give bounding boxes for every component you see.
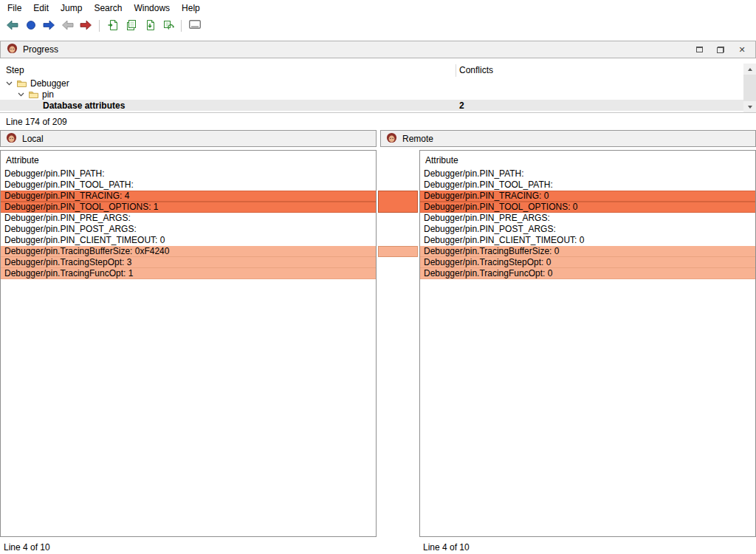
nav-back-button[interactable] bbox=[3, 18, 21, 34]
tree-header: Step Conflicts bbox=[0, 64, 743, 78]
attribute-row[interactable]: Debugger/pin.PIN_TRACING: 0 bbox=[420, 191, 755, 202]
attribute-row[interactable]: Debugger/pin.PIN_TOOL_OPTIONS: 1 bbox=[1, 202, 376, 213]
remote-rows: Debugger/pin.PIN_PATH:Debugger/pin.PIN_T… bbox=[420, 168, 755, 279]
menu-item-windows[interactable]: Windows bbox=[128, 1, 176, 16]
attribute-row[interactable]: Debugger/pin.TracingStepOpt: 0 bbox=[420, 257, 755, 268]
gutter-conflict-block[interactable] bbox=[378, 191, 418, 213]
restore-button[interactable] bbox=[715, 44, 726, 55]
nav-stop-button[interactable] bbox=[21, 18, 40, 34]
remote-title: Remote bbox=[402, 134, 433, 144]
maximize-icon bbox=[696, 47, 703, 52]
app-icon bbox=[386, 132, 397, 146]
remote-status-line: Line 4 of 10 bbox=[423, 541, 470, 553]
chevron-down-icon[interactable] bbox=[18, 92, 28, 97]
scroll-thumb[interactable] bbox=[743, 75, 756, 101]
local-status-line: Line 4 of 10 bbox=[4, 541, 50, 553]
local-attribute-header: Attribute bbox=[1, 151, 376, 168]
toolbar bbox=[0, 16, 756, 35]
attribute-row[interactable]: Debugger/pin.PIN_CLIENT_TIMEOUT: 0 bbox=[420, 235, 755, 246]
scroll-down-button[interactable] bbox=[743, 101, 756, 112]
tree-row-label: Database attributes bbox=[43, 100, 125, 111]
menu-item-search[interactable]: Search bbox=[88, 1, 128, 16]
column-header-conflicts[interactable]: Conflicts bbox=[459, 65, 493, 75]
triangle-down-icon bbox=[748, 106, 752, 109]
triangle-up-icon bbox=[748, 68, 752, 71]
page-stack-button[interactable] bbox=[122, 18, 140, 34]
toolbar-separator bbox=[99, 20, 100, 32]
doc-import-button[interactable] bbox=[103, 18, 122, 34]
tree-row-label: Debugger bbox=[30, 78, 69, 89]
arrow-right-blue-icon bbox=[43, 20, 55, 33]
tree-row[interactable]: pin bbox=[0, 89, 743, 100]
page-stack-icon bbox=[126, 19, 137, 33]
attribute-row[interactable]: Debugger/pin.TracingFuncOpt: 0 bbox=[420, 268, 755, 279]
attribute-row[interactable]: Debugger/pin.PIN_TOOL_OPTIONS: 0 bbox=[420, 202, 755, 213]
stack-sync-icon bbox=[162, 19, 174, 33]
tree-scrollbar[interactable] bbox=[743, 64, 756, 112]
folder-icon bbox=[16, 78, 30, 88]
diff-gutter bbox=[377, 150, 419, 537]
doc-import-icon bbox=[107, 19, 119, 33]
attribute-row[interactable]: Debugger/pin.TracingStepOpt: 3 bbox=[1, 257, 376, 268]
scroll-track[interactable] bbox=[743, 75, 756, 101]
conflict-tree: Step Conflicts DebuggerpinDatabase attri… bbox=[0, 64, 756, 113]
monitor-icon bbox=[188, 19, 202, 33]
tree-row-label: pin bbox=[42, 89, 54, 100]
app-icon bbox=[7, 43, 18, 56]
scroll-up-button[interactable] bbox=[743, 64, 756, 75]
folder-icon bbox=[28, 89, 42, 99]
arrow-left-teal-icon bbox=[6, 20, 18, 33]
progress-title: Progress bbox=[23, 44, 58, 55]
attribute-row[interactable]: Debugger/pin.TracingBufferSize: 0 bbox=[420, 246, 755, 257]
close-icon bbox=[738, 44, 745, 55]
app-icon bbox=[6, 132, 17, 146]
attribute-row[interactable]: Debugger/pin.PIN_POST_ARGS: bbox=[420, 224, 755, 235]
attribute-row[interactable]: Debugger/pin.PIN_PRE_ARGS: bbox=[420, 213, 755, 224]
toolbar-separator bbox=[181, 20, 182, 32]
menu-item-help[interactable]: Help bbox=[176, 1, 206, 16]
maximize-button[interactable] bbox=[693, 44, 705, 55]
remote-attribute-header: Attribute bbox=[420, 151, 755, 168]
nav-forward-button[interactable] bbox=[40, 18, 58, 34]
close-button[interactable] bbox=[736, 44, 748, 55]
attribute-row[interactable]: Debugger/pin.PIN_TOOL_PATH: bbox=[420, 179, 755, 191]
menu-item-jump[interactable]: Jump bbox=[55, 1, 88, 16]
arrow-right-red-icon bbox=[80, 20, 92, 33]
blue-circle-icon bbox=[26, 20, 36, 33]
tree-row[interactable]: Database attributes2 bbox=[0, 100, 743, 111]
window-controls bbox=[693, 44, 749, 55]
attribute-row[interactable]: Debugger/pin.TracingFuncOpt: 1 bbox=[1, 268, 376, 279]
doc-export-button[interactable] bbox=[140, 18, 159, 34]
attribute-row[interactable]: Debugger/pin.PIN_POST_ARGS: bbox=[1, 224, 376, 235]
monitor-button[interactable] bbox=[185, 18, 204, 34]
nav-prev-button[interactable] bbox=[58, 18, 77, 34]
attribute-row[interactable]: Debugger/pin.PIN_TOOL_PATH: bbox=[1, 179, 376, 191]
remote-titlebar: Remote bbox=[380, 130, 756, 147]
local-panel: Attribute Debugger/pin.PIN_PATH:Debugger… bbox=[0, 150, 377, 537]
chevron-down-icon[interactable] bbox=[6, 81, 16, 86]
attribute-row[interactable]: Debugger/pin.PIN_TRACING: 4 bbox=[1, 191, 376, 202]
column-divider[interactable] bbox=[456, 64, 456, 77]
column-header-step[interactable]: Step bbox=[6, 65, 24, 75]
gutter-changed-block[interactable] bbox=[378, 246, 418, 257]
application-window: FileEditJumpSearchWindowsHelp bbox=[0, 0, 756, 554]
tree-row[interactable]: Debugger bbox=[0, 78, 743, 89]
attribute-row[interactable]: Debugger/pin.PIN_PATH: bbox=[420, 168, 755, 179]
remote-panel: Attribute Debugger/pin.PIN_PATH:Debugger… bbox=[419, 150, 756, 537]
menu-bar: FileEditJumpSearchWindowsHelp bbox=[0, 0, 756, 16]
tree-row-conflicts: 2 bbox=[459, 100, 464, 111]
menu-item-edit[interactable]: Edit bbox=[27, 1, 55, 16]
nav-next-button[interactable] bbox=[77, 18, 95, 34]
menu-item-file[interactable]: File bbox=[1, 1, 27, 16]
attribute-row[interactable]: Debugger/pin.PIN_CLIENT_TIMEOUT: 0 bbox=[1, 235, 376, 246]
progress-status-line: Line 174 of 209 bbox=[6, 116, 67, 128]
attribute-row[interactable]: Debugger/pin.PIN_PATH: bbox=[1, 168, 376, 179]
attribute-row[interactable]: Debugger/pin.PIN_PRE_ARGS: bbox=[1, 213, 376, 224]
local-titlebar: Local bbox=[0, 130, 377, 147]
arrow-left-gray-icon bbox=[61, 20, 74, 33]
attribute-row[interactable]: Debugger/pin.TracingBufferSize: 0xF4240 bbox=[1, 246, 376, 257]
stack-sync-button[interactable] bbox=[159, 18, 177, 34]
local-rows: Debugger/pin.PIN_PATH:Debugger/pin.PIN_T… bbox=[1, 168, 376, 279]
doc-export-icon bbox=[144, 19, 156, 33]
local-title: Local bbox=[22, 134, 44, 144]
